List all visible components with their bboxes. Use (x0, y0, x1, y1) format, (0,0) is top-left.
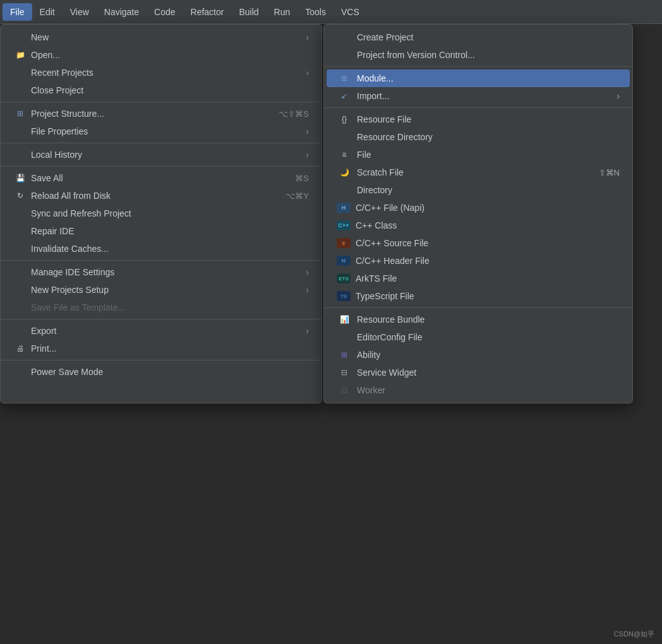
menu-item-project-structure-label: Project Structure... (31, 109, 253, 119)
cpp-header-icon: H (337, 256, 351, 266)
submenu-item-cpp-napi[interactable]: H C/C++ File (Napi) (324, 199, 632, 217)
sub-divider-2 (324, 107, 632, 108)
menubar-file[interactable]: File (3, 3, 32, 21)
invalidate-icon (13, 244, 27, 254)
sub-divider-3 (324, 307, 632, 308)
menubar-tools[interactable]: Tools (298, 3, 334, 21)
resource-bundle-icon: 📊 (337, 314, 352, 325)
menubar-build[interactable]: Build (231, 3, 266, 21)
submenu-item-directory[interactable]: Directory (324, 181, 632, 199)
submenu-item-arkts-file[interactable]: ETS ArkTS File (324, 270, 632, 287)
repair-icon (13, 226, 27, 236)
menu-item-reload[interactable]: ↻ Reload All from Disk ⌥⌘Y (1, 187, 322, 205)
menu-item-power-save[interactable]: Power Save Mode (1, 363, 322, 381)
resource-dir-icon (337, 131, 352, 143)
submenu-typescript-label: TypeScript File (356, 291, 620, 301)
file-properties-icon (13, 126, 27, 136)
scratch-file-shortcut: ⇧⌘N (599, 168, 620, 177)
menubar-code[interactable]: Code (147, 3, 183, 21)
menu-item-print-label: Print... (31, 343, 309, 354)
menu-item-sync[interactable]: Sync and Refresh Project (1, 205, 322, 222)
file-icon: ≡ (337, 149, 352, 160)
submenu-create-project-label: Create Project (357, 32, 620, 42)
submenu-item-module[interactable]: ⊞ Module... (327, 69, 630, 87)
module-icon: ⊞ (337, 73, 352, 84)
new-projects-icon (13, 285, 27, 295)
submenu-cpp-napi-label: C/C++ File (Napi) (356, 203, 620, 213)
menu-item-local-history-label: Local History (31, 150, 301, 160)
close-project-icon (13, 85, 27, 95)
menu-item-new-label: New (31, 32, 301, 42)
submenu-worker-label: Worker (357, 385, 620, 395)
file-menu-panel: New › 📁 Open... Recent Projects › Close … (0, 24, 322, 403)
scratch-file-icon: 🌙 (337, 167, 352, 178)
menu-item-sync-label: Sync and Refresh Project (31, 208, 309, 218)
menu-item-new[interactable]: New › (1, 28, 322, 46)
menu-item-new-projects-setup[interactable]: New Projects Setup › (1, 281, 322, 299)
menu-item-export[interactable]: Export › (1, 322, 322, 340)
submenu-cpp-header-label: C/C++ Header File (356, 256, 620, 266)
menubar-run[interactable]: Run (267, 3, 298, 21)
menubar-navigate[interactable]: Navigate (97, 3, 147, 21)
submenu-cpp-class-label: C++ Class (356, 220, 620, 230)
submenu-cpp-source-label: C/C++ Source File (356, 238, 620, 248)
project-structure-icon: ⊞ (13, 109, 27, 119)
recent-arrow-icon: › (306, 68, 309, 78)
menu-item-recent-projects[interactable]: Recent Projects › (1, 64, 322, 81)
submenu-item-file[interactable]: ≡ File (324, 146, 632, 164)
open-folder-icon: 📁 (13, 50, 27, 60)
submenu-file-label: File (357, 150, 620, 160)
watermark: CSDN@知乎 (614, 629, 654, 639)
menu-item-save-all[interactable]: 💾 Save All ⌘S (1, 169, 322, 187)
submenu-item-scratch-file[interactable]: 🌙 Scratch File ⇧⌘N (324, 164, 632, 181)
menu-item-new-projects-label: New Projects Setup (31, 285, 301, 295)
local-history-icon (13, 150, 27, 160)
submenu-item-worker[interactable]: ⊟ Worker (324, 381, 632, 399)
divider-1 (1, 102, 322, 102)
menu-item-export-label: Export (31, 326, 301, 336)
menu-item-close-label: Close Project (31, 85, 309, 95)
submenu-item-editorconfig[interactable]: EditorConfig File (324, 328, 632, 346)
submenu-directory-label: Directory (357, 185, 620, 195)
submenu-resource-file-label: Resource File (357, 114, 620, 124)
menu-item-repair[interactable]: Repair IDE (1, 222, 322, 240)
submenu-item-import[interactable]: ↙ Import... › (324, 87, 632, 105)
menubar-vcs[interactable]: VCS (334, 3, 367, 21)
menu-item-invalidate-label: Invalidate Caches... (31, 244, 309, 254)
menu-item-repair-label: Repair IDE (31, 226, 309, 236)
menu-item-power-save-label: Power Save Mode (31, 367, 309, 377)
submenu-arkts-label: ArkTS File (356, 273, 620, 283)
submenu-item-typescript-file[interactable]: TS TypeScript File (324, 287, 632, 305)
menu-item-file-properties[interactable]: File Properties › (1, 122, 322, 140)
directory-icon (337, 184, 352, 196)
submenu-item-ability[interactable]: ⊞ Ability (324, 346, 632, 364)
submenu-item-resource-file[interactable]: {} Resource File (324, 110, 632, 128)
submenu-item-resource-directory[interactable]: Resource Directory (324, 128, 632, 146)
submenu-item-service-widget[interactable]: ⊟ Service Widget (324, 364, 632, 381)
menu-item-manage-ide[interactable]: Manage IDE Settings › (1, 263, 322, 281)
submenu-item-cpp-header[interactable]: H C/C++ Header File (324, 252, 632, 270)
dropdown-wrapper: New › 📁 Open... Recent Projects › Close … (0, 24, 633, 403)
menu-item-reload-label: Reload All from Disk (31, 191, 260, 201)
menu-item-open[interactable]: 📁 Open... (1, 46, 322, 64)
menu-item-recent-label: Recent Projects (31, 68, 301, 78)
create-project-icon (337, 32, 352, 43)
submenu-item-project-vcs[interactable]: Project from Version Control... (324, 46, 632, 64)
save-all-shortcut: ⌘S (295, 174, 309, 183)
submenu-item-cpp-source[interactable]: c C/C++ Source File (324, 234, 632, 252)
submenu-module-label: Module... (357, 73, 620, 83)
import-arrow: › (617, 91, 620, 101)
menubar-view[interactable]: View (63, 3, 97, 21)
menu-item-project-structure[interactable]: ⊞ Project Structure... ⌥⇧⌘S (1, 105, 322, 122)
menu-item-print[interactable]: 🖨 Print... (1, 340, 322, 357)
submenu-item-create-project[interactable]: Create Project (324, 28, 632, 46)
menu-item-invalidate[interactable]: Invalidate Caches... (1, 240, 322, 258)
submenu-item-resource-bundle[interactable]: 📊 Resource Bundle (324, 311, 632, 328)
arkts-file-icon: ETS (337, 273, 351, 283)
menu-item-close-project[interactable]: Close Project (1, 81, 322, 99)
menu-item-local-history[interactable]: Local History › (1, 146, 322, 164)
menubar: File Edit View Navigate Code Refactor Bu… (0, 0, 662, 24)
submenu-item-cpp-class[interactable]: C++ C++ Class (324, 217, 632, 234)
menubar-refactor[interactable]: Refactor (183, 3, 232, 21)
menubar-edit[interactable]: Edit (32, 3, 63, 21)
